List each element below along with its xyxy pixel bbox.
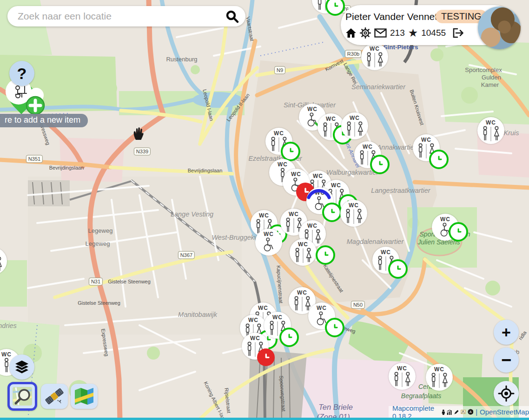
toilet-marker-mf[interactable]: WC (389, 363, 416, 390)
opening-hours-open-badge (370, 155, 390, 174)
zoom-in-button[interactable]: + (494, 320, 519, 345)
wc-label: WC (297, 290, 307, 295)
wc-label: WC (350, 115, 360, 121)
zoom-in-label: + (502, 323, 511, 341)
home-icon[interactable] (345, 28, 357, 38)
toilet-marker-mf[interactable]: WC (290, 239, 317, 266)
opening-hours-open-badge (325, 318, 344, 337)
user-avatar[interactable] (478, 7, 521, 49)
wc-label: WC (397, 366, 407, 371)
wc-label: WC (313, 173, 323, 179)
background-map-button[interactable] (71, 384, 98, 409)
gear-icon[interactable] (360, 27, 371, 39)
logout-icon[interactable] (452, 28, 464, 38)
toilet-marker-mf[interactable]: WC (477, 117, 504, 144)
toilet-marker-w[interactable]: WC (255, 229, 282, 256)
attribution-osm-link[interactable]: OpenStreetMap (480, 408, 529, 416)
geolocate-icon (498, 385, 515, 402)
help-button[interactable]: ? (9, 61, 34, 86)
statistics-icon (447, 408, 452, 416)
wc-label: WC (307, 106, 317, 112)
opening-hours-closed-badge (257, 348, 275, 366)
toilet-marker-mf[interactable]: WC (341, 112, 368, 139)
user-stats-row: 213 ★ 10455 (345, 27, 464, 39)
messages-count: 213 (390, 28, 405, 38)
folded-map-icon (74, 387, 94, 406)
background-satellite-button[interactable] (41, 384, 68, 409)
toilet-marker-mf[interactable]: WC (0, 248, 7, 275)
toilet-marker-mf[interactable]: WC (361, 43, 388, 70)
wc-label: WC (486, 120, 496, 125)
wc-label: WC (248, 317, 258, 323)
add-item-tooltip: re to add a new item (0, 114, 88, 127)
wc-label: WC (421, 137, 431, 143)
mapcomplete-app: Brugge-Sint-PietersRustenburgSportcomple… (0, 0, 529, 420)
stars-count: 10455 (421, 28, 446, 38)
selected-marker-arc (305, 180, 333, 201)
osm-carto-icon (12, 387, 33, 406)
copyright-icon: A (468, 408, 474, 416)
wc-label: WC (258, 305, 268, 311)
toilet-marker-mf[interactable]: WC (426, 364, 453, 391)
wc-label: WC (349, 203, 359, 208)
wc-label: WC (440, 217, 450, 222)
opening-hours-open-badge (429, 150, 449, 169)
background-osm-button[interactable] (7, 382, 37, 411)
opening-hours-open-badge (281, 142, 300, 161)
toilet-marker-mf[interactable]: WC (340, 200, 367, 227)
wc-label: WC (272, 315, 283, 320)
wc-label: WC (298, 242, 308, 247)
wc-label: WC (278, 162, 288, 167)
layers-icon (14, 359, 30, 375)
search-bar (7, 6, 245, 26)
help-label: ? (17, 65, 27, 83)
marker-layer: WCWCWCWCWCWCWCWCWCWCWCWCWCWCWCWCWCWCWCWC… (0, 0, 529, 420)
zoom-out-label: − (501, 350, 511, 370)
opening-hours-open-badge (449, 222, 468, 242)
opening-hours-open-badge (279, 328, 299, 347)
search-icon[interactable] (225, 9, 239, 23)
wc-label: WC (370, 46, 380, 52)
geolocate-button[interactable] (494, 381, 519, 406)
wc-label: WC (326, 116, 336, 122)
opening-hours-open-badge (388, 259, 408, 279)
wc-label: WC (434, 367, 444, 372)
opening-hours-open-badge (325, 0, 345, 16)
zoom-out-button[interactable]: − (494, 348, 519, 373)
wc-label: WC (363, 144, 373, 150)
wc-label: WC (317, 305, 327, 311)
wc-label: WC (274, 131, 284, 136)
messages-icon[interactable] (374, 28, 387, 38)
opening-hours-open-badge (316, 245, 335, 265)
attribution-bar: Mapcomplete 0.18.2 A | OpenStreetMap (389, 406, 529, 418)
wc-label: WC (381, 249, 391, 255)
wc-label: WC (307, 223, 317, 229)
star-icon: ★ (408, 28, 418, 38)
bottom-edge-strip (0, 418, 529, 420)
svg-text:A: A (469, 410, 472, 413)
wc-label: WC (291, 171, 301, 177)
wc-label: WC (250, 335, 260, 341)
wc-label: WC (259, 213, 269, 218)
theme-logo-icon (461, 408, 466, 415)
search-input[interactable] (17, 10, 225, 22)
satellite-icon (44, 387, 65, 406)
wc-label: WC (289, 211, 299, 217)
edit-pencil-icon (454, 408, 459, 416)
wc-label: WC (264, 231, 274, 237)
attribution-separator: | (476, 408, 477, 416)
wc-label: WC (1, 352, 12, 357)
user-name: Pieter Vander Vennet (345, 11, 437, 22)
surveyor-icon (441, 408, 446, 416)
layers-button[interactable] (9, 354, 34, 380)
